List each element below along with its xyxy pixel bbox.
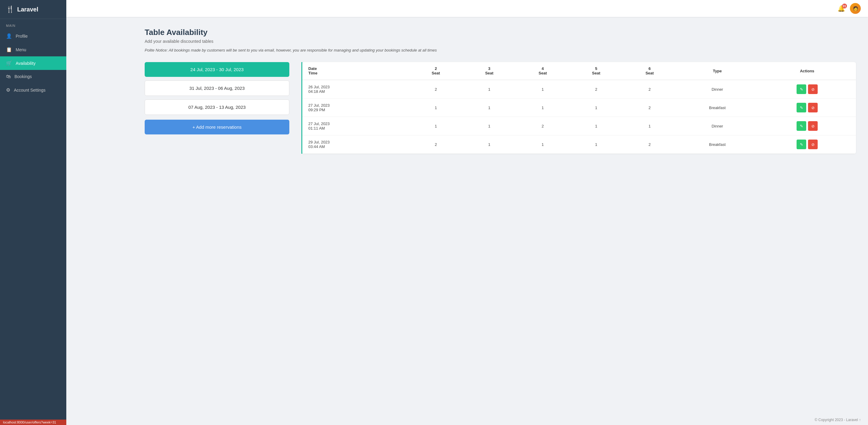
- footer: © Copyright 2023 - Laravel ↑: [807, 415, 868, 425]
- topbar: 🔔 01 🧑: [66, 0, 868, 17]
- edit-button-2[interactable]: ✎: [797, 121, 806, 131]
- table-row: 29 Jul, 202303:44 AM 2 1 1 1 2 Breakfast…: [302, 135, 856, 154]
- cell-datetime-2: 27 Jul, 202301:11 AM: [302, 117, 409, 135]
- availability-table: DateTime 2Seat 3Seat 4Seat 5Seat 6Seat T…: [302, 62, 856, 154]
- cell-datetime-3: 29 Jul, 202303:44 AM: [302, 135, 409, 154]
- cell-seat4-1: 1: [516, 98, 569, 117]
- sidebar-label-profile: Profile: [16, 34, 28, 38]
- cell-type-1: Breakfast: [676, 98, 758, 117]
- cell-datetime-0: 26 Jul, 202304:18 AM: [302, 80, 409, 98]
- page-title: Table Availability: [145, 28, 856, 37]
- cell-seat6-0: 2: [623, 80, 676, 98]
- delete-button-1[interactable]: ⊘: [808, 103, 818, 113]
- cell-seat5-2: 1: [569, 117, 623, 135]
- avatar-initials: 🧑: [853, 6, 858, 11]
- bookings-icon: 🛍: [6, 74, 11, 79]
- week-btn-1[interactable]: 24 Jul, 2023 - 30 Jul, 2023: [145, 62, 289, 77]
- cell-seat4-3: 1: [516, 135, 569, 154]
- sidebar-item-availability[interactable]: 🛒 Availability: [0, 56, 66, 70]
- right-panel-wrapper: DateTime 2Seat 3Seat 4Seat 5Seat 6Seat T…: [301, 62, 856, 154]
- cell-seat6-2: 1: [623, 117, 676, 135]
- cell-actions-1: ✎ ⊘: [758, 98, 856, 117]
- sidebar-item-profile[interactable]: 👤 Profile: [0, 29, 66, 43]
- delete-button-3[interactable]: ⊘: [808, 140, 818, 149]
- sidebar-item-bookings[interactable]: 🛍 Bookings: [0, 70, 66, 83]
- sidebar-label-account-settings: Account Settings: [14, 88, 45, 93]
- col-header-seat3: 3Seat: [463, 62, 516, 80]
- edit-button-3[interactable]: ✎: [797, 140, 806, 149]
- cell-seat3-2: 1: [463, 117, 516, 135]
- cell-seat3-1: 1: [463, 98, 516, 117]
- menu-icon: 📋: [6, 47, 12, 53]
- content-grid: 24 Jul, 2023 - 30 Jul, 2023 31 Jul, 2023…: [145, 62, 856, 154]
- cell-seat4-0: 1: [516, 80, 569, 98]
- sidebar-label-menu: Menu: [16, 47, 26, 52]
- main-content: Table Availability Add your available di…: [133, 17, 868, 425]
- edit-button-0[interactable]: ✎: [797, 84, 806, 94]
- topbar-icons: 🔔 01 🧑: [838, 3, 861, 14]
- col-header-type: Type: [676, 62, 758, 80]
- cell-datetime-1: 27 Jul, 202309:29 PM: [302, 98, 409, 117]
- delete-button-2[interactable]: ⊘: [808, 121, 818, 131]
- cell-seat3-0: 1: [463, 80, 516, 98]
- col-header-seat2: 2Seat: [409, 62, 462, 80]
- col-header-seat6: 6Seat: [623, 62, 676, 80]
- sidebar-item-account-settings[interactable]: ⚙ Account Settings: [0, 83, 66, 97]
- cell-seat6-1: 2: [623, 98, 676, 117]
- cell-seat2-3: 2: [409, 135, 462, 154]
- cell-seat5-1: 1: [569, 98, 623, 117]
- cell-seat5-3: 1: [569, 135, 623, 154]
- delete-button-0[interactable]: ⊘: [808, 84, 818, 94]
- col-header-actions: Actions: [758, 62, 856, 80]
- cell-seat2-2: 1: [409, 117, 462, 135]
- cell-seat3-3: 1: [463, 135, 516, 154]
- logo-icon: 🍴: [6, 5, 14, 13]
- statusbar: localhost:8000/user/offers?week=31: [0, 420, 66, 425]
- sidebar: 🍴 Laravel Main 👤 Profile 📋 Menu 🛒 Availa…: [0, 0, 66, 425]
- cell-seat5-0: 2: [569, 80, 623, 98]
- copyright: © Copyright 2023 - Laravel: [815, 418, 858, 422]
- left-panel: 24 Jul, 2023 - 30 Jul, 2023 31 Jul, 2023…: [145, 62, 289, 134]
- avatar[interactable]: 🧑: [850, 3, 861, 14]
- notification-bell[interactable]: 🔔 01: [838, 5, 845, 12]
- col-header-datetime: DateTime: [302, 62, 409, 80]
- page-subtitle: Add your available discounted tables: [145, 39, 856, 44]
- cell-type-3: Breakfast: [676, 135, 758, 154]
- app-name: Laravel: [17, 6, 38, 13]
- col-header-seat5: 5Seat: [569, 62, 623, 80]
- sidebar-label-availability: Availability: [16, 61, 36, 66]
- add-reservations-button[interactable]: + Add more reservations: [145, 120, 289, 134]
- sidebar-label-bookings: Bookings: [14, 74, 32, 79]
- sidebar-item-menu[interactable]: 📋 Menu: [0, 43, 66, 56]
- cell-actions-2: ✎ ⊘: [758, 117, 856, 135]
- cell-seat6-3: 2: [623, 135, 676, 154]
- table-row: 27 Jul, 202301:11 AM 1 1 2 1 1 Dinner ✎ …: [302, 117, 856, 135]
- sidebar-section-label: Main: [0, 19, 66, 29]
- profile-icon: 👤: [6, 33, 12, 39]
- cell-seat2-1: 1: [409, 98, 462, 117]
- cell-type-2: Dinner: [676, 117, 758, 135]
- sidebar-logo: 🍴 Laravel: [0, 0, 66, 19]
- settings-icon: ⚙: [6, 87, 10, 93]
- table-row: 27 Jul, 202309:29 PM 1 1 1 1 2 Breakfast…: [302, 98, 856, 117]
- cell-actions-0: ✎ ⊘: [758, 80, 856, 98]
- cell-actions-3: ✎ ⊘: [758, 135, 856, 154]
- availability-icon: 🛒: [6, 60, 12, 66]
- col-header-seat4: 4Seat: [516, 62, 569, 80]
- table-row: 26 Jul, 202304:18 AM 2 1 1 2 2 Dinner ✎ …: [302, 80, 856, 98]
- week-btn-3[interactable]: 07 Aug, 2023 - 13 Aug, 2023: [145, 99, 289, 115]
- cell-seat4-2: 2: [516, 117, 569, 135]
- cell-seat2-0: 2: [409, 80, 462, 98]
- table-header-row: DateTime 2Seat 3Seat 4Seat 5Seat 6Seat T…: [302, 62, 856, 80]
- footer-arrow: ↑: [859, 418, 861, 422]
- availability-table-container: DateTime 2Seat 3Seat 4Seat 5Seat 6Seat T…: [302, 62, 856, 154]
- cell-type-0: Dinner: [676, 80, 758, 98]
- edit-button-1[interactable]: ✎: [797, 103, 806, 113]
- statusbar-url: localhost:8000/user/offers?week=31: [3, 421, 56, 424]
- week-btn-2[interactable]: 31 Jul, 2023 - 06 Aug, 2023: [145, 81, 289, 96]
- polite-notice: Polite Notice: All bookings made by cust…: [145, 48, 856, 53]
- notification-badge: 01: [842, 4, 847, 8]
